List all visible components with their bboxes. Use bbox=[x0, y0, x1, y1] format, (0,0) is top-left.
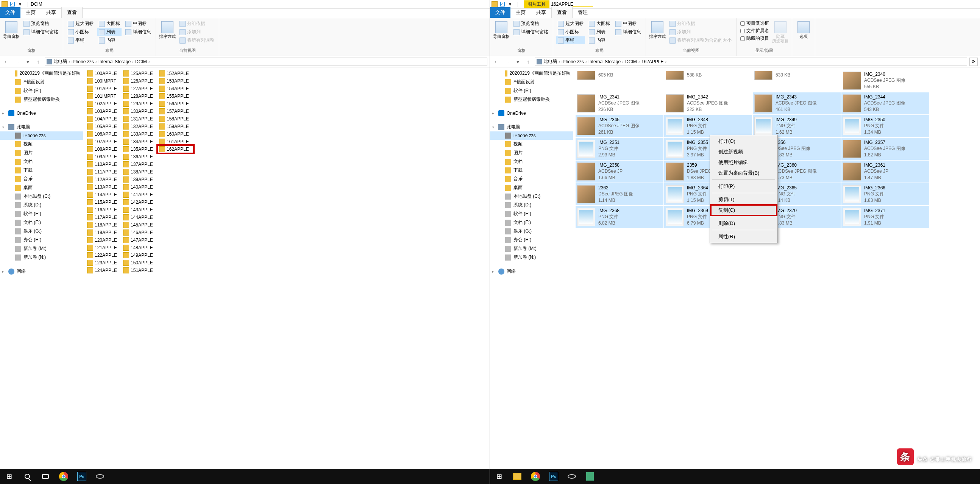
folder-item[interactable]: 108APPLE bbox=[86, 145, 122, 153]
recent-dropdown[interactable]: ▾ bbox=[514, 57, 522, 66]
nav-item[interactable]: ▸网络 bbox=[0, 267, 83, 276]
tab-view[interactable]: 查看 bbox=[551, 7, 573, 18]
folder-item[interactable]: 136APPLE bbox=[122, 153, 158, 161]
nav-item[interactable]: 下载 bbox=[490, 166, 573, 175]
nav-item[interactable]: 20200219《画面简洁是拍好照 bbox=[0, 69, 83, 78]
nav-item[interactable]: 软件 (E:) bbox=[0, 86, 83, 95]
folder-item[interactable]: 101IMPRT bbox=[86, 92, 122, 100]
folder-item[interactable]: 103APPLE bbox=[86, 108, 122, 115]
nav-item[interactable]: 文档 (F:) bbox=[490, 218, 573, 227]
folder-item[interactable]: 118APPLE bbox=[86, 221, 122, 229]
breadcrumb[interactable]: DCIM bbox=[135, 59, 147, 64]
folder-item[interactable]: 105APPLE bbox=[86, 123, 122, 130]
folder-item[interactable]: 146APPLE bbox=[122, 229, 158, 236]
folder-item[interactable]: 139APPLE bbox=[122, 176, 158, 183]
address-bar[interactable]: 此电脑›iPhone zzs›Internal Storage›DCIM›162… bbox=[535, 57, 967, 66]
taskbar-taskview[interactable] bbox=[37, 469, 54, 484]
file-tile[interactable]: IMG_2342ACDSee JPEG 图像323 KB bbox=[664, 92, 752, 115]
navigation-pane[interactable]: 20200219《画面简洁是拍好照A镜面反射软件 (E:)新型冠状病毒肺炎▸On… bbox=[0, 67, 83, 476]
folder-item[interactable]: 137APPLE bbox=[122, 161, 158, 168]
folder-item[interactable]: 161APPLE bbox=[158, 138, 194, 145]
taskbar-app-icon[interactable] bbox=[581, 469, 599, 484]
folder-item[interactable]: 160APPLE bbox=[158, 130, 194, 138]
nav-item[interactable]: 办公 (H:) bbox=[490, 236, 573, 244]
file-tile[interactable]: 588 KB bbox=[664, 70, 752, 81]
nav-item[interactable]: ▾此电脑 bbox=[490, 123, 573, 131]
nav-item[interactable]: 软件 (E:) bbox=[0, 209, 83, 218]
details-pane-button[interactable]: 详细信息窗格 bbox=[512, 28, 550, 36]
address-bar[interactable]: 此电脑›iPhone zzs›Internal Storage›DCIM› bbox=[45, 57, 487, 66]
nav-item[interactable]: 新型冠状病毒肺炎 bbox=[490, 95, 573, 104]
taskbar-chrome[interactable] bbox=[54, 469, 73, 484]
layout-list[interactable]: 列表 bbox=[97, 28, 122, 36]
qat-dropdown-icon[interactable]: ▾ bbox=[508, 2, 513, 7]
breadcrumb[interactable]: iPhone zzs bbox=[72, 59, 94, 64]
file-tile[interactable]: IMG_2341ACDSee JPEG 图像236 KB bbox=[576, 92, 663, 115]
nav-item[interactable]: iPhone zzs bbox=[490, 131, 573, 140]
layout-medium[interactable]: 中图标 bbox=[614, 20, 643, 28]
folder-item[interactable]: 154APPLE bbox=[158, 85, 194, 92]
folder-item[interactable]: 111APPLE bbox=[86, 168, 122, 176]
nav-item[interactable]: 办公 (H:) bbox=[0, 236, 83, 244]
context-menu-item[interactable]: 属性(R) bbox=[711, 231, 776, 242]
layout-content[interactable]: 内容 bbox=[97, 37, 122, 44]
tab-file[interactable]: 文件 bbox=[490, 7, 511, 18]
layout-small[interactable]: 小图标 bbox=[66, 28, 95, 36]
file-tile[interactable]: IMG_2340ACDSee JPEG 图像555 KB bbox=[842, 70, 929, 92]
details-pane-button[interactable]: 详细信息窗格 bbox=[22, 28, 60, 36]
nav-item[interactable]: 娱乐 (G:) bbox=[0, 227, 83, 236]
qat-dropdown-icon[interactable]: ▾ bbox=[18, 2, 23, 7]
folder-item[interactable]: 129APPLE bbox=[122, 100, 158, 108]
nav-item[interactable]: 系统 (D:) bbox=[490, 201, 573, 209]
up-button[interactable]: ↑ bbox=[34, 57, 42, 66]
folder-item[interactable]: 131APPLE bbox=[122, 115, 158, 123]
layout-list[interactable]: 列表 bbox=[587, 28, 612, 36]
folder-item[interactable]: 150APPLE bbox=[122, 259, 158, 267]
folder-item[interactable]: 153APPLE bbox=[158, 77, 194, 85]
nav-item[interactable]: ▸网络 bbox=[490, 267, 573, 276]
file-tile[interactable]: IMG_2351PNG 文件2.93 MB bbox=[576, 138, 663, 160]
nav-item[interactable]: 本地磁盘 (C:) bbox=[490, 192, 573, 201]
sort-button[interactable]: 排序方式 bbox=[159, 20, 176, 39]
folder-item[interactable]: 141APPLE bbox=[122, 191, 158, 199]
file-tile[interactable]: IMG_2348PNG 文件1.15 MB bbox=[664, 115, 752, 137]
up-button[interactable]: ↑ bbox=[524, 57, 532, 66]
folder-item[interactable]: 144APPLE bbox=[122, 213, 158, 221]
file-tile[interactable]: IMG_2361ACDSee JP1.47 MB bbox=[842, 161, 929, 183]
breadcrumb[interactable]: 此电脑 bbox=[53, 58, 67, 65]
folder-item[interactable]: 101APPLE bbox=[86, 85, 122, 92]
context-menu-item[interactable]: 剪切(T) bbox=[711, 194, 776, 205]
folder-item[interactable]: 110APPLE bbox=[86, 161, 122, 168]
tab-view[interactable]: 查看 bbox=[61, 7, 83, 18]
folder-item[interactable]: 113APPLE bbox=[86, 183, 122, 191]
folder-item[interactable]: 106APPLE bbox=[86, 130, 122, 138]
folder-item[interactable]: 112APPLE bbox=[86, 176, 122, 183]
folder-item[interactable]: 130APPLE bbox=[122, 108, 158, 115]
folder-item[interactable]: 132APPLE bbox=[122, 123, 158, 130]
taskbar-file-explorer[interactable] bbox=[508, 469, 527, 484]
tab-manage[interactable]: 管理 bbox=[573, 6, 593, 18]
nav-pane-button[interactable]: 导航窗格 bbox=[3, 20, 20, 39]
nav-item[interactable]: 文档 bbox=[490, 157, 573, 166]
file-tile[interactable]: IMG_2371PNG 文件1.91 MB bbox=[842, 206, 929, 228]
folder-item[interactable]: 114APPLE bbox=[86, 191, 122, 199]
folder-item[interactable]: 122APPLE bbox=[86, 252, 122, 259]
nav-item[interactable]: 图片 bbox=[490, 148, 573, 157]
nav-pane-button[interactable]: 导航窗格 bbox=[493, 20, 510, 39]
refresh-button[interactable]: ⟳ bbox=[969, 57, 978, 66]
folder-item[interactable]: 149APPLE bbox=[122, 252, 158, 259]
tab-share[interactable]: 共享 bbox=[41, 7, 61, 18]
layout-tiles[interactable]: 平铺 bbox=[66, 37, 95, 44]
folder-item[interactable]: 123APPLE bbox=[86, 259, 122, 267]
nav-item[interactable]: 新加卷 (N:) bbox=[490, 253, 573, 262]
folder-item[interactable]: 134APPLE bbox=[122, 138, 158, 145]
folder-item[interactable]: 116APPLE bbox=[86, 206, 122, 213]
navigation-pane[interactable]: 20200219《画面简洁是拍好照A镜面反射软件 (E:)新型冠状病毒肺炎▸On… bbox=[490, 67, 573, 476]
nav-item[interactable]: 文档 bbox=[0, 157, 83, 166]
nav-item[interactable]: 新加卷 (M:) bbox=[0, 244, 83, 253]
file-tile[interactable]: 533 KB bbox=[753, 70, 841, 81]
nav-item[interactable]: 下载 bbox=[0, 166, 83, 175]
folder-item[interactable]: 100APPLE bbox=[86, 70, 122, 77]
nav-item[interactable]: 桌面 bbox=[0, 183, 83, 192]
folder-item[interactable]: 140APPLE bbox=[122, 183, 158, 191]
